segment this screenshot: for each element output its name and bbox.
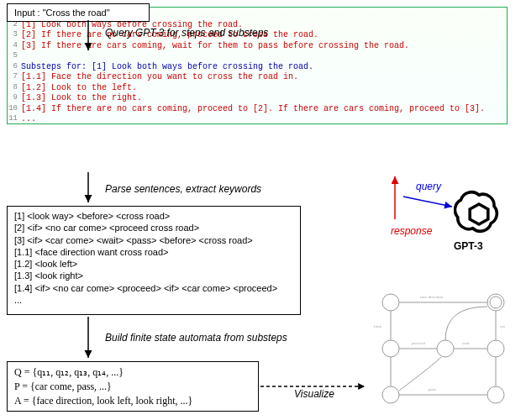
fsa-p: P = {car come, pass, ...}	[14, 380, 251, 394]
gpt-output-line: 4[3] If there are cars coming, wait for …	[8, 41, 503, 52]
gpt-label: GPT-3	[454, 240, 483, 252]
gpt-output-line: 8[1.2] Look to the left.	[8, 83, 503, 94]
line-number: 9	[8, 93, 21, 104]
line-number: 10	[8, 104, 21, 115]
fsa-box: Q = {q₁₁, q₁₂, q₁₃, q₁₄, ...} P = {car c…	[7, 361, 259, 412]
line-text: [1.2] Look to the left.	[21, 83, 137, 94]
svg-point-6	[382, 294, 399, 311]
fsa-q: Q = {q₁₁, q₁₂, q₁₃, q₁₄, ...}	[14, 365, 251, 380]
parsed-line: [2] <if> <no car come> <proceed cross ro…	[14, 222, 293, 234]
label-query-gpt: Query GPT-3 for steps and substeps	[105, 27, 268, 39]
svg-text:proceed: proceed	[412, 341, 425, 345]
gpt-output-line: 5	[8, 51, 503, 62]
svg-text:car: car	[500, 324, 505, 328]
line-number: 3	[8, 30, 21, 41]
gpt-output-line: 7[1.1] Face the direction you want to cr…	[8, 72, 503, 83]
arrow-gpt-to-parsed	[76, 172, 101, 207]
label-build-fsa: Build finite state automata from substep…	[105, 332, 287, 344]
line-number: 7	[8, 72, 21, 83]
line-text: [3] If there are cars coming, wait for t…	[21, 41, 409, 52]
line-text	[21, 51, 26, 62]
gpt-output-line: 6Substeps for: [1] Look both ways before…	[8, 62, 503, 73]
gpt-output-line: 9[1.3] Look to the right.	[8, 93, 503, 104]
parsed-line: [1.1] <face direction want cross road>	[14, 246, 293, 258]
svg-point-11	[487, 340, 504, 357]
label-parse: Parse sentences, extract keywords	[105, 183, 261, 195]
input-text: Input : "Cross the road"	[14, 8, 110, 18]
gpt-output-line: 11...	[8, 114, 503, 124]
svg-line-4	[403, 197, 452, 207]
label-query: query	[416, 181, 441, 192]
line-number: 4	[8, 41, 21, 52]
svg-text:pass: pass	[429, 387, 436, 391]
gpt-output-line: 10[1.4] If there are no cars coming, pro…	[8, 104, 503, 115]
line-number: 8	[8, 83, 21, 94]
svg-point-13	[487, 386, 504, 403]
line-text: [1.1] Face the direction you want to cro…	[21, 72, 298, 83]
svg-text:look: look	[374, 324, 381, 328]
arrow-parsed-to-fsa	[76, 317, 101, 363]
parsed-line: [3] <if> <car come> <wait> <pass> <befor…	[14, 234, 293, 246]
line-number: 6	[8, 62, 21, 73]
gpt-output-panel: 1Steps for: Cross the road2[1] Look both…	[7, 7, 508, 124]
svg-point-12	[382, 386, 399, 403]
line-number: 5	[8, 51, 21, 62]
line-text: ...	[21, 114, 36, 124]
svg-point-10	[437, 340, 454, 357]
parsed-box: [1] <look way> <before> <cross road>[2] …	[7, 206, 301, 315]
svg-text:face direction: face direction	[420, 295, 444, 299]
parsed-line: [1.4] <if> <no car come> <proceed> <if> …	[14, 282, 293, 294]
line-text: [1.3] Look to the right.	[21, 93, 142, 104]
parsed-line: ...	[14, 294, 293, 306]
line-number: 11	[8, 114, 21, 124]
line-text: Substeps for: [1] Look both ways before …	[21, 62, 313, 73]
parsed-line: [1.3] <look right>	[14, 270, 293, 281]
svg-text:wait: wait	[462, 341, 470, 345]
input-box: Input : "Cross the road"	[7, 3, 150, 22]
fsa-a: A = {face direction, look left, look rig…	[14, 394, 251, 408]
automata-graph: face direction look car proceed wait pas…	[370, 281, 521, 412]
svg-point-9	[382, 340, 399, 357]
gpt-logo-icon	[454, 189, 504, 239]
label-response: response	[391, 225, 432, 237]
label-visualize: Visualize	[294, 388, 334, 400]
line-text: [1.4] If there are no cars coming, proce…	[21, 104, 485, 115]
parsed-line: [1] <look way> <before> <cross road>	[14, 210, 293, 222]
svg-point-8	[490, 297, 502, 308]
parsed-line: [1.2] <look left>	[14, 258, 293, 270]
